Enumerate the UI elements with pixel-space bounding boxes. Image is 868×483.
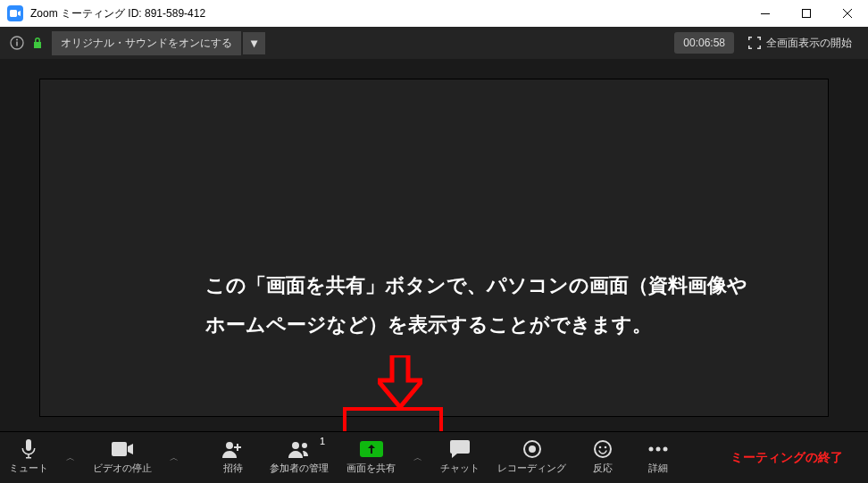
mute-label: ミュート — [9, 462, 48, 475]
svg-point-11 — [595, 441, 611, 457]
more-label: 詳細 — [648, 462, 668, 475]
bottom-toolbar: ミュート ︿ ビデオの停止 ︿ 招待 1 参加者の管理 — [0, 431, 868, 483]
svg-point-7 — [292, 442, 299, 449]
svg-point-16 — [664, 447, 668, 452]
participants-button[interactable]: 1 参加者の管理 — [261, 432, 338, 484]
arrow-down-icon — [378, 355, 422, 407]
video-icon — [112, 438, 133, 460]
record-icon — [523, 438, 541, 460]
original-sound-button[interactable]: オリジナル・サウンドをオンにする — [52, 31, 241, 55]
video-options-caret[interactable]: ︿ — [161, 452, 188, 464]
svg-rect-5 — [112, 442, 127, 456]
window-title: Zoom ミーティング ID: 891-589-412 — [30, 6, 745, 21]
window-titlebar: Zoom ミーティング ID: 891-589-412 — [0, 0, 868, 27]
encryption-lock-icon[interactable] — [32, 37, 45, 49]
share-screen-button[interactable]: 画面を共有 — [338, 432, 405, 484]
original-sound-dropdown[interactable]: ▼ — [243, 32, 265, 54]
video-label: ビデオの停止 — [93, 462, 152, 475]
participants-count: 1 — [320, 436, 325, 446]
reactions-button[interactable]: 反応 — [575, 432, 630, 484]
svg-point-13 — [605, 446, 607, 449]
info-icon[interactable] — [9, 35, 25, 51]
chat-label: チャット — [440, 462, 480, 475]
svg-rect-0 — [761, 13, 770, 14]
share-label: 画面を共有 — [346, 462, 396, 475]
svg-point-6 — [226, 442, 233, 449]
more-icon — [648, 438, 668, 460]
invite-label: 招待 — [223, 462, 243, 475]
video-area — [39, 79, 829, 417]
share-options-caret[interactable]: ︿ — [405, 452, 431, 464]
more-button[interactable]: 詳細 — [630, 432, 686, 484]
zoom-logo-icon — [7, 5, 23, 21]
fullscreen-button[interactable]: 全画面表示の開始 — [741, 31, 859, 55]
svg-point-14 — [649, 447, 654, 452]
participants-label: 参加者の管理 — [270, 462, 329, 475]
participants-icon — [288, 438, 311, 460]
svg-rect-4 — [16, 42, 18, 46]
maximize-button[interactable] — [786, 0, 827, 27]
svg-point-3 — [16, 39, 18, 41]
microphone-icon — [21, 438, 37, 460]
top-toolbar: オリジナル・サウンドをオンにする ▼ 00:06:58 全画面表示の開始 — [0, 27, 868, 59]
svg-point-12 — [599, 446, 602, 449]
svg-point-10 — [529, 446, 536, 453]
meeting-timer: 00:06:58 — [674, 32, 734, 54]
chat-button[interactable]: チャット — [431, 432, 488, 484]
reactions-label: 反応 — [593, 462, 613, 475]
close-button[interactable] — [827, 0, 868, 27]
record-label: レコーディング — [497, 462, 566, 475]
reactions-icon — [594, 438, 612, 460]
svg-point-15 — [656, 447, 661, 452]
audio-options-caret[interactable]: ︿ — [57, 452, 84, 464]
end-meeting-button[interactable]: ミーティングの終了 — [720, 443, 854, 473]
zoom-window: Zoom ミーティング ID: 891-589-412 オリジナル・サウンドをオ… — [0, 0, 868, 483]
svg-point-8 — [302, 443, 307, 448]
mute-button[interactable]: ミュート — [0, 432, 57, 484]
share-screen-icon — [360, 441, 383, 457]
video-button[interactable]: ビデオの停止 — [84, 432, 161, 484]
invite-icon — [222, 438, 244, 460]
fullscreen-label: 全画面表示の開始 — [766, 36, 852, 51]
chat-icon — [450, 438, 470, 460]
svg-rect-1 — [803, 10, 811, 18]
record-button[interactable]: レコーディング — [488, 432, 575, 484]
instruction-text: この「画面を共有」ボタンで、パソコンの画面（資料画像やホームページなど）を表示す… — [205, 266, 752, 345]
invite-button[interactable]: 招待 — [205, 432, 261, 484]
minimize-button[interactable] — [745, 0, 786, 27]
fullscreen-icon — [748, 37, 761, 49]
